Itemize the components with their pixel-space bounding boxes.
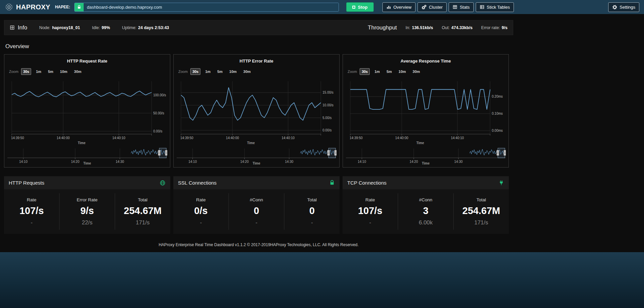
navigator-handle[interactable]: [165, 150, 167, 156]
svg-text:14:30: 14:30: [285, 160, 293, 164]
svg-text:14:39:50: 14:39:50: [11, 136, 24, 140]
footer-text: HAProxy Enterprise Real Time Dashboard v…: [4, 242, 513, 251]
stat-sub: 171/s: [115, 219, 170, 226]
nav-cluster-label: Cluster: [429, 5, 443, 10]
svg-text:14:20: 14:20: [71, 160, 79, 164]
zoom-1m-button[interactable]: 1m: [372, 68, 382, 75]
stat-sub: -: [173, 219, 228, 226]
chart-title: Average Response Time: [346, 59, 506, 64]
nav-stats-label: Stats: [460, 5, 470, 10]
card-title: SSL Connections: [178, 180, 216, 186]
svg-text:14:30: 14:30: [116, 160, 124, 164]
zoom-10m-button[interactable]: 10m: [227, 68, 239, 75]
svg-text:14:40:10: 14:40:10: [112, 136, 125, 140]
lock-icon: [75, 3, 84, 11]
zoom-5m-button[interactable]: 5m: [215, 68, 224, 75]
zoom-30m-button[interactable]: 30m: [72, 68, 83, 75]
stat-label: Total: [115, 197, 170, 202]
settings-label: Settings: [620, 5, 635, 10]
zoom-5m-button[interactable]: 5m: [384, 68, 394, 75]
series-line: [12, 91, 152, 97]
top-bar: HAPROXY HAPEE: Stop Overview Cluster: [0, 0, 644, 14]
svg-text:0.10ms: 0.10ms: [492, 112, 503, 115]
chart-panel-average-response-time: Average Response Time Zoom30s1m5m10m30m …: [343, 54, 509, 168]
info-left: Info Node:haproxy18_01 Idle:99% Uptime:2…: [10, 24, 169, 31]
zoom-30m-button[interactable]: 30m: [241, 68, 253, 75]
stat-label: Error Rate: [60, 197, 115, 202]
svg-text:10.00/s: 10.00/s: [323, 103, 334, 107]
stat-value: 0/s: [173, 205, 228, 216]
zoom-1m-button[interactable]: 1m: [34, 68, 43, 75]
throughput-in: In:136.51kb/s: [405, 25, 433, 30]
info-title-label: Info: [18, 24, 27, 31]
navigator-handle[interactable]: [158, 150, 161, 156]
settings-button[interactable]: Settings: [608, 2, 639, 12]
zoom-30s-button[interactable]: 30s: [21, 68, 31, 75]
zoom-30m-button[interactable]: 30m: [410, 68, 422, 75]
chart-title: HTTP Request Rate: [7, 59, 167, 64]
stat-label: Total: [284, 197, 340, 202]
zoom-controls: Zoom30s1m5m10m30m: [348, 68, 506, 75]
line-chart[interactable]: 0.00/s50.00/s100.00/s14:39:5014:40:0014:…: [7, 77, 167, 145]
brand: HAPROXY: [5, 3, 50, 11]
svg-text:14:40:00: 14:40:00: [226, 136, 239, 140]
chart-navigator[interactable]: 14:1014:2014:30Time: [7, 146, 167, 165]
svg-text:Time: Time: [422, 162, 430, 165]
svg-text:15.00/s: 15.00/s: [323, 91, 334, 94]
line-chart[interactable]: 0.00/s5.00/s10.00/s15.00/s14:39:5014:40:…: [176, 77, 337, 145]
nav-stats-button[interactable]: Stats: [449, 2, 474, 12]
haproxy-logo-icon: [5, 3, 13, 11]
chart-navigator[interactable]: 14:1014:2014:30Time: [176, 146, 337, 165]
svg-text:14:10: 14:10: [358, 160, 366, 164]
stat-value: 0: [229, 205, 284, 216]
navigator-handle[interactable]: [504, 150, 506, 156]
throughput-title: Throughput: [368, 24, 397, 31]
zoom-10m-button[interactable]: 10m: [396, 68, 408, 75]
stop-button[interactable]: Stop: [346, 2, 374, 12]
zoom-1m-button[interactable]: 1m: [203, 68, 212, 75]
navigator-handle[interactable]: [328, 150, 330, 156]
nav-cluster-button[interactable]: Cluster: [418, 2, 447, 12]
nav-overview-button[interactable]: Overview: [382, 2, 416, 12]
zoom-controls: Zoom30s1m5m10m30m: [9, 68, 167, 75]
error-rate-value: 9/s: [502, 25, 508, 30]
zoom-10m-button[interactable]: 10m: [58, 68, 69, 75]
node-value: haproxy18_01: [52, 25, 80, 30]
gears-icon: [422, 5, 427, 10]
zoom-30s-button[interactable]: 30s: [190, 68, 200, 75]
navigator-handle[interactable]: [497, 150, 499, 156]
zoom-label: Zoom: [9, 70, 18, 74]
globe-icon: [160, 180, 166, 186]
chart-panel-http-error-rate: HTTP Error Rate Zoom30s1m5m10m30m 0.00/s…: [173, 54, 340, 168]
out-value: 474.33kb/s: [451, 25, 472, 30]
throughput-out: Out:474.33kb/s: [442, 25, 472, 30]
svg-text:14:10: 14:10: [188, 160, 197, 164]
stat-column: #Conn0-: [229, 193, 284, 230]
card-http-requests: HTTP Requests Rate107/s-Error Rate9/s22/…: [4, 176, 170, 234]
stat-value: 3: [398, 205, 453, 216]
info-title[interactable]: Info: [10, 24, 27, 31]
stat-sub: 171/s: [454, 219, 509, 226]
table-icon: [480, 5, 484, 9]
card-title: HTTP Requests: [9, 180, 44, 186]
zoom-30s-button[interactable]: 30s: [360, 68, 370, 75]
stat-column: #Conn36.00k: [398, 193, 454, 230]
stop-icon: [352, 6, 355, 9]
svg-text:14:30: 14:30: [454, 160, 463, 164]
svg-text:14:40:10: 14:40:10: [451, 136, 464, 140]
nav-stick-tables-button[interactable]: Stick Tables: [476, 2, 514, 12]
throughput-error-rate: Error rate:9/s: [481, 25, 508, 30]
svg-text:14:39:50: 14:39:50: [180, 136, 193, 140]
stat-column: Total254.67M171/s: [454, 193, 509, 230]
line-chart[interactable]: 0.00ms0.10ms0.20ms14:39:5014:40:0014:40:…: [346, 77, 506, 145]
chart-navigator[interactable]: 14:1014:2014:30Time: [346, 146, 506, 165]
zoom-5m-button[interactable]: 5m: [46, 68, 55, 75]
navigator-handle[interactable]: [335, 150, 337, 156]
svg-text:Time: Time: [83, 162, 91, 165]
stat-sub: 6.00k: [398, 219, 453, 226]
bar-chart-icon: [386, 5, 391, 9]
svg-text:Time: Time: [247, 141, 255, 145]
stat-label: Rate: [173, 197, 228, 202]
dashboard-url-input[interactable]: [84, 3, 339, 11]
info-grid-icon: [10, 25, 15, 30]
